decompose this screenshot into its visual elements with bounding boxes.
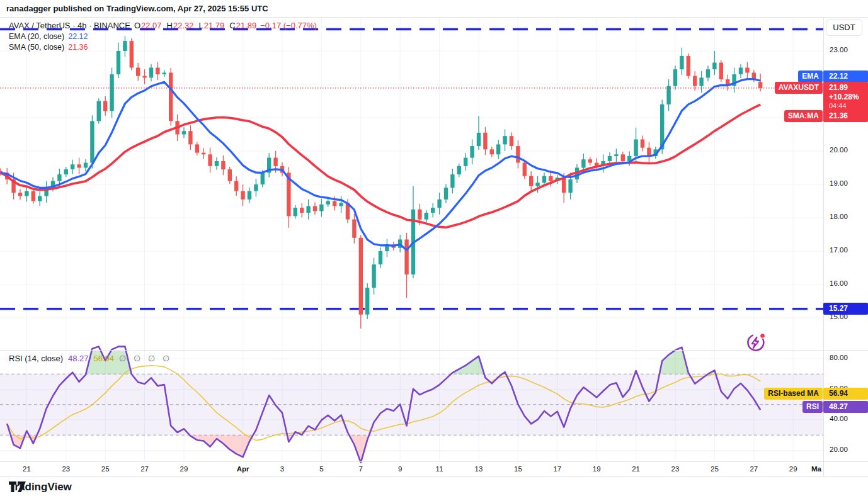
low-label: L	[199, 21, 203, 31]
price-tick: 17.00	[830, 246, 848, 254]
symbol-tag-value: 21.89 +10.28% 04:44	[823, 82, 868, 113]
last-price: 21.89	[829, 83, 868, 93]
sma-tag-chip: SMA:MA	[784, 110, 823, 122]
support-level-tag: 15.27	[823, 303, 868, 315]
time-axis-label: 3	[280, 465, 284, 473]
rsi-ma-value: 56.94	[94, 354, 115, 363]
rsi-ma-tag-chip: RSI-based MA	[764, 388, 823, 400]
rsi-tag-value: 48.27	[823, 401, 868, 413]
time-axis-label: 27	[750, 465, 758, 473]
change-value: −0.17 (−0.77%)	[260, 21, 317, 31]
price-tick: 19.00	[830, 179, 848, 187]
sma-tag-value: 21.36	[823, 110, 868, 122]
high-label: H	[167, 21, 173, 31]
sma-price-tag: SMA:MA 21.36	[784, 110, 868, 122]
attribution-text: ranadagger published on TradingView.com,…	[6, 4, 268, 13]
rsi-label: RSI (14, close)	[9, 354, 63, 363]
tradingview-logo-icon	[9, 481, 26, 493]
symbol-tag-chip: AVAXUSDT	[775, 82, 823, 94]
time-axis-label: 21	[632, 465, 640, 473]
ema-tag-chip: EMA	[798, 70, 823, 82]
time-axis-label: 23	[671, 465, 680, 473]
time-axis-label: 21	[23, 465, 31, 473]
currency-button[interactable]: USDT	[826, 19, 862, 36]
time-axis-label: 7	[359, 465, 363, 473]
rsi-value: 48.27	[68, 354, 89, 363]
open-value: 22.07	[141, 21, 162, 31]
rsi-ma-tag: RSI-based MA 56.94	[764, 388, 868, 400]
time-axis-label: 19	[593, 465, 601, 473]
rsi-empty-values: ∅ ∅ ∅ ∅	[119, 354, 172, 363]
time-axis-label: 25	[101, 465, 110, 473]
ema-legend-row: EMA (20, close) 22.12	[9, 31, 317, 42]
time-axis-label: 23	[62, 465, 70, 473]
tradingview-chart-screenshot: ranadagger published on TradingView.com,…	[0, 0, 868, 501]
low-value: 21.79	[204, 21, 225, 31]
change-percent: +10.28%	[829, 93, 868, 102]
time-axis-label: 5	[319, 465, 323, 473]
symbol-price-tag: AVAXUSDT 21.89 +10.28% 04:44	[775, 82, 868, 113]
open-label: O	[134, 21, 140, 31]
price-tick: 16.00	[830, 279, 848, 287]
ema-label: EMA (20, close)	[9, 31, 64, 42]
time-axis-label: Ma	[811, 465, 821, 473]
rsi-legend: RSI (14, close) 48.27 56.94 ∅ ∅ ∅ ∅	[9, 354, 172, 363]
close-value: 21.89	[236, 21, 257, 31]
symbol-legend: AVAX / TetherUS · 4h · BINANCE O22.07 H2…	[9, 21, 317, 53]
rsi-value-tag: RSI 48.27	[802, 401, 868, 413]
sma-value: 21.36	[68, 42, 88, 52]
close-label: C	[229, 21, 235, 31]
sma-legend-row: SMA (50, close) 21.36	[9, 42, 317, 52]
symbol-legend-main-row: AVAX / TetherUS · 4h · BINANCE O22.07 H2…	[9, 21, 317, 31]
rsi-tick: 80.00	[830, 354, 848, 361]
ema-value: 22.12	[68, 31, 88, 42]
rsi-tag-chip: RSI	[802, 401, 823, 413]
tradingview-footer[interactable]: TradingView	[9, 481, 72, 493]
rsi-tick: 40.00	[830, 415, 848, 422]
ema-price-tag: EMA 22.12	[798, 70, 868, 82]
time-axis-label: 11	[436, 465, 443, 473]
time-axis-label: 15	[514, 465, 522, 473]
rsi-tick: 20.00	[830, 446, 848, 453]
price-tick: 18.00	[830, 213, 848, 220]
sma-label: SMA (50, close)	[9, 42, 64, 52]
time-axis-label: 9	[398, 465, 402, 473]
time-axis-label: 27	[140, 465, 149, 473]
support-level-value: 15.27	[823, 303, 868, 315]
time-axis-label: Apr	[237, 465, 249, 473]
time-axis-label: 17	[553, 465, 561, 473]
time-axis-label: 13	[475, 465, 483, 473]
ema-tag-value: 22.12	[823, 70, 868, 82]
time-axis-label: 25	[711, 465, 719, 473]
symbol-title: AVAX / TetherUS · 4h · BINANCE	[9, 21, 130, 31]
time-axis-label: 29	[180, 465, 188, 473]
price-tick: 23.00	[830, 46, 848, 53]
price-tick: 20.00	[830, 146, 848, 154]
rsi-ma-tag-value: 56.94	[823, 388, 868, 400]
flash-icon[interactable]	[746, 331, 767, 352]
ohlc-values: O22.07 H22.32 L21.79 C21.89	[134, 21, 256, 31]
chart-canvas[interactable]	[0, 0, 868, 501]
high-value: 22.32	[173, 21, 194, 31]
time-axis-label: 29	[789, 465, 797, 473]
